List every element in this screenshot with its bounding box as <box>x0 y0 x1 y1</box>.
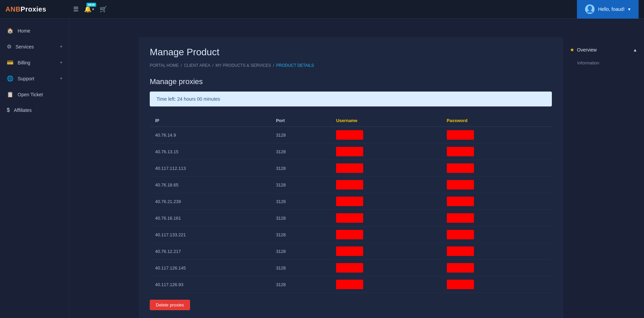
password-redacted <box>447 263 474 273</box>
cell-username <box>331 193 441 210</box>
cell-ip: 40.117.133.221 <box>150 226 271 243</box>
cell-port: 3128 <box>271 210 331 226</box>
password-redacted <box>447 197 474 206</box>
breadcrumb-my-products[interactable]: MY PRODUCTS & SERVICES <box>215 63 271 68</box>
right-sidebar: ★ Overview ▲ Information <box>563 37 644 318</box>
username-redacted <box>336 147 363 156</box>
time-left-text: Time left: 24 hours 00 minutes <box>157 96 220 102</box>
delete-proxies-button[interactable]: Delete proxies <box>150 300 190 310</box>
sidebar-item-home[interactable]: 🏠 Home <box>0 23 69 39</box>
cell-password <box>441 210 552 226</box>
sidebar-item-billing[interactable]: 💳 Billing ▾ <box>0 55 69 71</box>
table-row: 40.117.126.93 3128 <box>150 276 552 293</box>
manage-proxies-title: Manage proxies <box>150 77 552 86</box>
cell-username <box>331 226 441 243</box>
password-redacted <box>447 280 474 289</box>
password-redacted <box>447 130 474 140</box>
cell-password <box>441 127 552 143</box>
billing-chevron: ▾ <box>60 60 62 65</box>
password-redacted <box>447 180 474 190</box>
cell-ip: 40.76.18.65 <box>150 177 271 193</box>
breadcrumb: PORTAL HOME / CLIENT AREA / MY PRODUCTS … <box>150 63 552 68</box>
sidebar-item-services[interactable]: ⚙ Services ▾ <box>0 39 69 55</box>
cell-username <box>331 243 441 260</box>
cell-ip: 40.117.126.93 <box>150 276 271 293</box>
notification-button[interactable]: 🔔 NEW ▾ <box>84 5 94 13</box>
cell-password <box>441 193 552 210</box>
overview-chevron: ▲ <box>633 47 637 53</box>
menu-button[interactable]: ☰ <box>73 5 79 13</box>
cell-ip: 40.76.16.161 <box>150 210 271 226</box>
hamburger-icon: ☰ <box>73 5 79 13</box>
cell-ip: 40.117.126.145 <box>150 260 271 276</box>
breadcrumb-product-details: PRODUCT DETAILS <box>276 63 314 68</box>
cell-port: 3128 <box>271 143 331 160</box>
breadcrumb-portal-home[interactable]: PORTAL HOME <box>150 63 179 68</box>
sidebar-label-open-ticket: Open Ticket <box>18 92 43 97</box>
bell-chevron: ▾ <box>92 7 94 12</box>
cell-password <box>441 226 552 243</box>
username-redacted <box>336 130 363 140</box>
username-redacted <box>336 246 363 256</box>
services-chevron: ▾ <box>60 44 62 49</box>
cell-port: 3128 <box>271 193 331 210</box>
cell-port: 3128 <box>271 276 331 293</box>
overview-item[interactable]: ★ Overview ▲ <box>563 43 644 57</box>
sidebar-item-open-ticket[interactable]: 📋 Open Ticket <box>0 86 69 102</box>
cell-ip: 40.76.12.217 <box>150 243 271 260</box>
sidebar-label-services: Services <box>16 44 34 49</box>
sidebar-label-billing: Billing <box>18 60 30 65</box>
breadcrumb-client-area[interactable]: CLIENT AREA <box>184 63 210 68</box>
cell-port: 3128 <box>271 177 331 193</box>
password-redacted <box>447 147 474 156</box>
services-icon: ⚙ <box>7 43 12 50</box>
sidebar-label-support: Support <box>18 76 34 81</box>
username-redacted <box>336 213 363 223</box>
col-ip: IP <box>150 115 271 127</box>
table-row: 40.76.18.65 3128 <box>150 177 552 193</box>
cell-ip: 40.117.112.113 <box>150 160 271 177</box>
sidebar-item-support[interactable]: 🌐 Support ▾ <box>0 71 69 86</box>
cell-password <box>441 160 552 177</box>
cell-username <box>331 210 441 226</box>
home-icon: 🏠 <box>7 27 14 34</box>
sidebar-item-affiliates[interactable]: $ Affiliates <box>0 102 69 118</box>
table-row: 40.117.112.113 3128 <box>150 160 552 177</box>
billing-icon: 💳 <box>7 59 14 66</box>
time-left-box: Time left: 24 hours 00 minutes <box>150 92 552 106</box>
cell-port: 3128 <box>271 243 331 260</box>
user-chevron: ▾ <box>628 6 630 12</box>
overview-label: Overview <box>577 47 597 53</box>
information-item[interactable]: Information <box>563 57 644 69</box>
page-title: Manage Product <box>150 47 552 58</box>
cart-icon: 🛒 <box>100 5 107 13</box>
col-password: Password <box>441 115 552 127</box>
table-row: 40.117.133.221 3128 <box>150 226 552 243</box>
password-redacted <box>447 230 474 239</box>
cell-port: 3128 <box>271 260 331 276</box>
sidebar: 🏠 Home ⚙ Services ▾ 💳 Billing ▾ 🌐 Suppor… <box>0 19 69 318</box>
cell-port: 3128 <box>271 127 331 143</box>
user-avatar: 👤 <box>585 4 595 14</box>
sidebar-label-home: Home <box>18 28 30 34</box>
cell-username <box>331 276 441 293</box>
proxy-table: IP Port Username Password 40.76.14.9 312… <box>150 115 552 293</box>
new-badge: NEW <box>86 3 96 7</box>
support-chevron: ▾ <box>60 76 62 81</box>
cell-port: 3128 <box>271 160 331 177</box>
ticket-icon: 📋 <box>7 91 14 98</box>
cell-ip: 40.76.21.239 <box>150 193 271 210</box>
cart-button[interactable]: 🛒 <box>100 5 107 13</box>
cell-password <box>441 177 552 193</box>
table-row: 40.76.13.15 3128 <box>150 143 552 160</box>
username-redacted <box>336 163 363 173</box>
star-icon: ★ <box>570 47 574 53</box>
username-redacted <box>336 197 363 206</box>
user-menu-button[interactable]: 👤 Hello, foaud! ▾ <box>577 0 639 19</box>
affiliates-icon: $ <box>7 107 10 113</box>
cell-password <box>441 260 552 276</box>
table-row: 40.76.14.9 3128 <box>150 127 552 143</box>
cell-username <box>331 127 441 143</box>
support-icon: 🌐 <box>7 75 14 82</box>
password-redacted <box>447 246 474 256</box>
